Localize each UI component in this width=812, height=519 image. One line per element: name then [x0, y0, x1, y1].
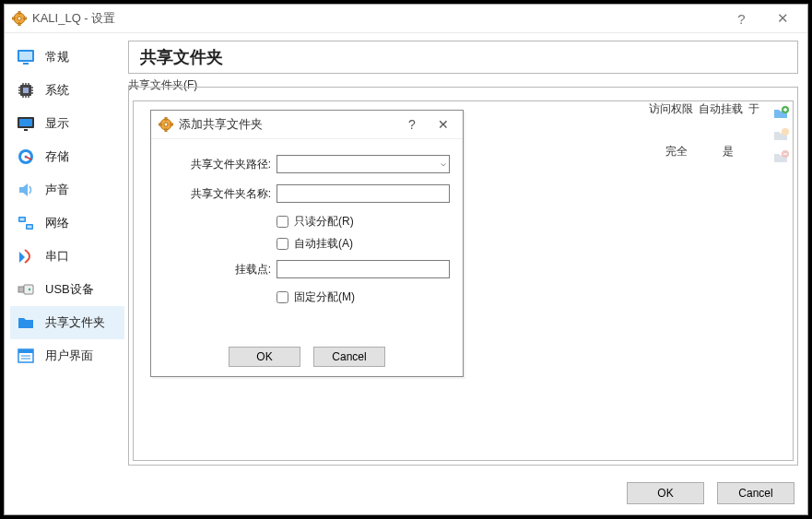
svg-rect-3 — [18, 23, 20, 26]
edit-folder-icon[interactable] — [772, 127, 789, 144]
cell-access: 完全 — [665, 144, 708, 159]
sidebar-item-label: USB设备 — [45, 281, 94, 298]
svg-rect-48 — [171, 124, 173, 125]
serial-port-icon — [16, 246, 36, 266]
sidebar-item-label: 用户界面 — [45, 348, 93, 364]
column-headers: 访问权限 自动挂载 于 — [649, 101, 759, 117]
add-shared-folder-dialog: 添加共享文件夹 ? ✕ 共享文件夹路径: ⌵ 共享文件夹名称: 只读分配(R) — [150, 110, 464, 377]
svg-point-41 — [782, 128, 789, 136]
display-icon — [16, 113, 36, 134]
folder-path-combo[interactable]: ⌵ — [277, 155, 450, 173]
sidebar-item-system[interactable]: 系统 — [10, 74, 124, 107]
cell-automount: 是 — [723, 144, 765, 159]
readonly-checkbox[interactable] — [277, 216, 288, 228]
window-footer: OK Cancel — [5, 472, 807, 514]
list-toolbar — [769, 101, 793, 460]
col-at: 于 — [748, 101, 759, 117]
dialog-ok-button[interactable]: OK — [229, 347, 300, 367]
sidebar-item-audio[interactable]: 声音 — [10, 173, 124, 206]
svg-rect-10 — [23, 88, 29, 93]
sidebar-item-label: 网络 — [45, 215, 69, 231]
sidebar-item-usb[interactable]: USB设备 — [10, 273, 124, 306]
sidebar-item-label: 系统 — [45, 82, 69, 99]
sidebar-item-label: 声音 — [45, 182, 69, 198]
dialog-help-button[interactable]: ? — [396, 112, 428, 137]
sidebar-item-label: 串口 — [45, 248, 69, 265]
svg-point-35 — [29, 289, 30, 290]
svg-rect-25 — [24, 129, 28, 131]
automount-checkbox[interactable] — [277, 238, 288, 250]
permanent-checkbox[interactable] — [277, 291, 288, 303]
permanent-label: 固定分配(M) — [294, 289, 355, 305]
dialog-gear-icon — [159, 117, 173, 132]
settings-sidebar: 常规 系统 显示 存储 — [5, 33, 124, 473]
svg-rect-31 — [20, 218, 25, 221]
svg-rect-33 — [18, 287, 24, 292]
sidebar-item-label: 存储 — [45, 148, 69, 165]
chip-icon — [16, 80, 36, 100]
svg-point-44 — [164, 123, 168, 126]
svg-rect-37 — [18, 349, 33, 353]
monitor-icon — [16, 47, 36, 67]
network-icon — [16, 213, 36, 233]
sidebar-item-network[interactable]: 网络 — [10, 206, 124, 240]
add-folder-icon[interactable] — [772, 105, 789, 122]
usb-icon — [16, 279, 36, 300]
settings-window: KALI_LQ - 设置 ? ✕ 常规 系统 — [4, 4, 808, 515]
automount-label: 自动挂载(A) — [294, 236, 353, 252]
col-access: 访问权限 — [649, 101, 693, 117]
dialog-title: 添加共享文件夹 — [179, 117, 396, 133]
app-gear-icon — [12, 11, 27, 26]
mountpoint-label: 挂载点: — [164, 262, 277, 277]
ui-icon — [16, 346, 36, 366]
folder-name-input[interactable] — [277, 184, 450, 203]
readonly-label: 只读分配(R) — [294, 214, 354, 230]
remove-folder-icon[interactable] — [772, 149, 789, 166]
folder-icon — [16, 313, 36, 333]
window-ok-button[interactable]: OK — [627, 482, 704, 504]
chevron-down-icon: ⌵ — [441, 158, 446, 168]
col-automount: 自动挂载 — [699, 101, 743, 117]
svg-rect-45 — [165, 117, 167, 120]
svg-rect-4 — [12, 18, 15, 19]
dialog-titlebar: 添加共享文件夹 ? ✕ — [151, 111, 463, 139]
dialog-button-row: OK Cancel — [151, 347, 463, 367]
path-label: 共享文件夹路径: — [164, 157, 277, 172]
window-help-button[interactable]: ? — [721, 6, 762, 31]
sidebar-item-general[interactable]: 常规 — [10, 41, 124, 74]
sidebar-item-label: 常规 — [45, 49, 69, 65]
sidebar-item-display[interactable]: 显示 — [10, 107, 124, 140]
speaker-icon — [16, 180, 36, 200]
panel-title: 共享文件夹 — [128, 41, 798, 74]
sidebar-item-label: 共享文件夹 — [45, 314, 105, 331]
svg-rect-46 — [165, 129, 167, 132]
svg-rect-2 — [18, 11, 20, 14]
sidebar-item-label: 显示 — [45, 115, 69, 132]
dialog-cancel-button[interactable]: Cancel — [313, 347, 385, 367]
table-row[interactable]: 完全 是 — [665, 144, 765, 159]
sidebar-item-storage[interactable]: 存储 — [10, 140, 124, 173]
window-titlebar: KALI_LQ - 设置 ? ✕ — [5, 5, 807, 33]
dialog-body: 共享文件夹路径: ⌵ 共享文件夹名称: 只读分配(R) 自动挂载(A) — [151, 139, 463, 314]
svg-rect-5 — [24, 18, 27, 19]
window-cancel-button[interactable]: Cancel — [717, 482, 794, 504]
sidebar-item-shared-folders[interactable]: 共享文件夹 — [10, 306, 124, 339]
dialog-close-button[interactable]: ✕ — [428, 112, 459, 137]
svg-rect-47 — [159, 124, 161, 125]
svg-rect-8 — [23, 63, 29, 65]
svg-rect-7 — [19, 52, 32, 60]
svg-rect-32 — [28, 226, 32, 229]
mountpoint-input[interactable] — [277, 260, 450, 278]
svg-rect-24 — [19, 119, 32, 126]
svg-point-1 — [18, 17, 21, 20]
disk-icon — [16, 147, 36, 167]
window-close-button[interactable]: ✕ — [762, 6, 804, 31]
sidebar-item-interface[interactable]: 用户界面 — [10, 339, 124, 372]
name-label: 共享文件夹名称: — [164, 186, 277, 202]
window-title: KALI_LQ - 设置 — [32, 10, 115, 27]
sidebar-item-serial[interactable]: 串口 — [10, 240, 124, 273]
